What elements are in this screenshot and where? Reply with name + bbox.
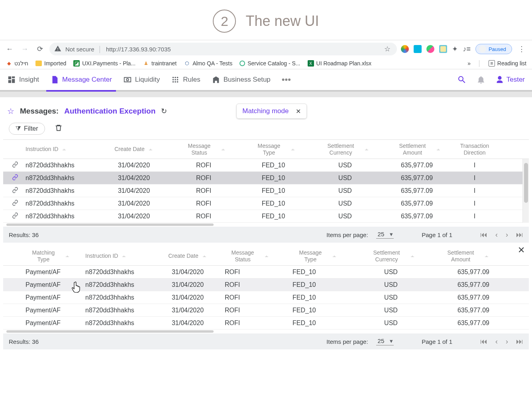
close-mode-icon[interactable]: ✕	[296, 108, 301, 115]
pin-icon[interactable]: ⫠	[202, 253, 207, 259]
pin-icon[interactable]: ⫠	[436, 146, 441, 153]
media-control-icon[interactable]: ♪≡	[463, 45, 471, 53]
tab-message-center[interactable]: Message Center	[50, 69, 112, 90]
favorite-star-icon[interactable]: ☆	[7, 106, 14, 116]
bookmark-item[interactable]: Imported	[35, 60, 66, 67]
column-header[interactable]: Create Date⫠	[114, 146, 153, 153]
column-header[interactable]: Instruction ID⫠	[26, 146, 67, 153]
tab-liquidity[interactable]: Liquidity	[123, 69, 160, 90]
filter-button[interactable]: ⧩ Filter	[9, 123, 45, 135]
vertical-scrollbar[interactable]	[522, 159, 529, 223]
horizontal-scrollbar[interactable]	[3, 329, 529, 333]
cell-settlement-currency: USD	[357, 269, 425, 276]
tab-rules[interactable]: Rules	[171, 69, 200, 90]
bookmark-item[interactable]: XUI Roadmap Plan.xlsx	[308, 60, 372, 67]
bookmark-item[interactable]: ⬡Almo QA - Tests	[184, 60, 232, 67]
table-row[interactable]: n8720dd3hhakhs31/04/2020ROFIFED_10USD635…	[3, 159, 529, 172]
prev-page-icon[interactable]: ‹	[495, 231, 498, 239]
column-header[interactable]: Instruction ID⫠	[85, 253, 127, 259]
table-row[interactable]: Payment/AFn8720dd3hhakhs31/04/2020ROFIFE…	[3, 266, 529, 278]
pin-icon[interactable]: ⫠	[332, 253, 337, 259]
pin-icon[interactable]: ⫠	[121, 253, 127, 259]
link-icon[interactable]	[12, 161, 18, 169]
pin-icon[interactable]: ⫠	[65, 253, 70, 259]
last-page-icon[interactable]: ⏭	[516, 337, 523, 346]
pin-icon[interactable]: ⫠	[220, 146, 226, 153]
next-page-icon[interactable]: ›	[506, 231, 508, 239]
column-header[interactable]: Settlement Amount⫠	[441, 249, 489, 263]
table-row[interactable]: n8720dd3hhakhs31/04/2020ROFIFED_10USD635…	[3, 197, 529, 210]
table-row[interactable]: Payment/AFn8720dd3hhakhs31/04/2020ROFIFE…	[3, 278, 529, 291]
last-page-icon[interactable]: ⏭	[516, 231, 523, 239]
cell-instruction-id: n8720dd3hhakhs	[82, 294, 154, 301]
refresh-icon[interactable]: ↻	[161, 107, 167, 116]
column-header[interactable]: Create Date⫠	[168, 253, 207, 259]
link-icon[interactable]	[12, 212, 18, 220]
user-menu[interactable]: Tester	[495, 75, 525, 84]
bookmark-item[interactable]: Service Catalog - S...	[239, 60, 300, 67]
pin-icon[interactable]: ⫠	[410, 253, 415, 259]
tabs-overflow[interactable]: •••	[282, 69, 291, 90]
close-panel-icon[interactable]: ✕	[518, 245, 525, 255]
link-icon[interactable]	[12, 174, 18, 182]
table-row[interactable]: n8720dd3hhakhs31/04/2020ROFIFED_10USD635…	[3, 210, 529, 223]
cell-transaction-direction: I	[453, 162, 497, 169]
table-row[interactable]: n8720dd3hhakhs31/04/2020ROFIFED_10USD635…	[3, 184, 529, 197]
reload-button[interactable]: ⟳	[34, 43, 45, 55]
pin-icon[interactable]: ⫠	[484, 253, 489, 259]
search-icon[interactable]	[457, 75, 467, 84]
bookmark-item[interactable]: ◪UXI.Payments - Pla...	[73, 60, 135, 67]
column-header[interactable]: Message Type⫠	[251, 143, 296, 156]
first-page-icon[interactable]: ⏮	[480, 337, 487, 346]
prev-page-icon[interactable]: ‹	[495, 337, 498, 346]
bookmark-item[interactable]: ♟traintranet	[143, 60, 177, 67]
first-page-icon[interactable]: ⏮	[480, 231, 487, 239]
tab-business-setup[interactable]: Business Setup	[212, 69, 271, 90]
profile-paused-chip[interactable]: Paused	[475, 44, 512, 54]
column-header[interactable]: Settlement Currency⫠	[321, 143, 369, 156]
column-header[interactable]: Settlement Amount⫠	[393, 143, 441, 156]
cell-matching-type: Payment/AF	[22, 294, 82, 301]
bell-icon[interactable]	[476, 75, 486, 84]
extension-icon[interactable]	[426, 45, 434, 53]
results-label: Results:	[9, 338, 30, 345]
extensions-puzzle-icon[interactable]: ✦	[452, 45, 458, 53]
items-per-page-select[interactable]: 25	[376, 231, 394, 239]
extension-icon[interactable]	[439, 45, 447, 53]
link-icon[interactable]	[12, 200, 18, 208]
bookmark-item[interactable]: ◆חילנט	[6, 60, 28, 67]
column-header[interactable]: Matching Type⫠	[26, 249, 70, 263]
table-row[interactable]: Payment/AFn8720dd3hhakhs31/04/2020ROFIFE…	[3, 317, 529, 329]
pin-icon[interactable]: ⫠	[364, 146, 369, 153]
address-bar[interactable]: Not secure │ http://17.336.93.90:7035 ☆	[49, 43, 397, 55]
column-header[interactable]: Message Status⫠	[225, 249, 269, 263]
cell-message-type: FED_10	[289, 294, 357, 301]
reading-list-button[interactable]: ≡Reading list	[489, 60, 526, 67]
link-icon[interactable]	[12, 187, 18, 195]
items-per-page-select[interactable]: 25	[376, 337, 394, 345]
pin-icon[interactable]: ⫠	[61, 146, 67, 153]
cell-instruction-id: n8720dd3hhakhs	[22, 200, 98, 207]
browser-menu-icon[interactable]: ⋮	[517, 45, 526, 53]
horizontal-scrollbar[interactable]	[3, 223, 529, 227]
bookmark-star-icon[interactable]: ☆	[383, 45, 392, 53]
column-header[interactable]: Settlement Currency⫠	[367, 249, 415, 263]
back-button[interactable]: ←	[4, 43, 15, 55]
pin-icon[interactable]: ⫠	[290, 146, 296, 153]
next-page-icon[interactable]: ›	[506, 337, 508, 346]
delete-icon[interactable]	[55, 124, 63, 134]
extension-icon[interactable]	[414, 45, 422, 53]
table-row[interactable]: Payment/AFn8720dd3hhakhs31/04/2020ROFIFE…	[3, 304, 529, 317]
extension-icon[interactable]	[401, 45, 409, 53]
column-header[interactable]: Message Type⫠	[293, 249, 337, 263]
table-row[interactable]: Payment/AFn8720dd3hhakhs31/04/2020ROFIFE…	[3, 291, 529, 304]
column-header[interactable]: Message Status⫠	[181, 143, 226, 156]
pin-icon[interactable]: ⫠	[148, 146, 153, 153]
cell-settlement-currency: USD	[357, 281, 425, 288]
bookmarks-overflow[interactable]: »	[467, 60, 471, 67]
pin-icon[interactable]: ⫠	[264, 253, 269, 259]
tab-insight[interactable]: Insight	[7, 69, 39, 90]
forward-button[interactable]: →	[19, 43, 30, 55]
table-row[interactable]: n8720dd3hhakhs31/04/2020ROFIFED_10USD635…	[3, 172, 529, 184]
column-header[interactable]: Transaction Direction	[456, 143, 493, 156]
